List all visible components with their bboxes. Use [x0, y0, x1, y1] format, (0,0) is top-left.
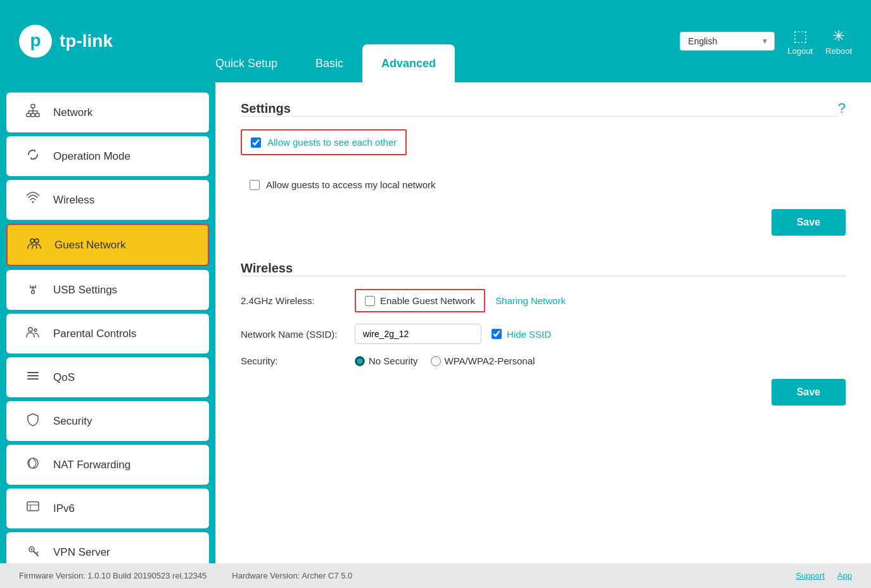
wireless-save-button[interactable]: Save [772, 379, 846, 406]
sidebar-item-operation-mode[interactable]: Operation Mode [6, 136, 209, 176]
ssid-label: Network Name (SSID): [241, 329, 355, 340]
sidebar-item-label: Guest Network [54, 239, 125, 252]
wireless-divider [241, 276, 846, 276]
enable-guest-network-wrapper: Enable Guest Network [355, 289, 485, 312]
app-link[interactable]: App [837, 571, 852, 580]
allow-guests-local-checkbox[interactable] [250, 180, 260, 190]
logout-icon: ⬚ [793, 27, 808, 45]
wireless-section: Wireless 2.4GHz Wireless: Enable Guest N… [241, 261, 846, 406]
svg-point-20 [34, 329, 37, 331]
no-security-radio[interactable] [355, 356, 365, 366]
tplink-logo-icon: p [19, 25, 52, 58]
tab-advanced[interactable]: Advanced [362, 44, 455, 82]
sidebar-item-network[interactable]: Network [6, 93, 209, 132]
hardware-version: Hardware Version: Archer C7 5.0 [232, 571, 352, 580]
hide-ssid-label[interactable]: Hide SSID [507, 329, 551, 340]
svg-point-13 [35, 239, 39, 243]
sidebar-item-guest-network[interactable]: Guest Network [6, 224, 209, 266]
svg-point-11 [32, 201, 34, 203]
parental-controls-icon [24, 325, 42, 342]
security-label: Security: [241, 355, 355, 366]
allow-guests-local-label[interactable]: Allow guests to access my local network [266, 179, 436, 190]
svg-point-18 [35, 287, 36, 288]
wpa-label: WPA/WPA2-Personal [445, 355, 535, 366]
firmware-version: Firmware Version: 1.0.10 Build 20190523 … [19, 571, 207, 580]
footer-left: Firmware Version: 1.0.10 Build 20190523 … [19, 571, 352, 580]
network-icon [24, 104, 42, 121]
svg-point-12 [30, 239, 34, 243]
svg-rect-2 [31, 105, 35, 108]
svg-point-19 [29, 328, 32, 331]
svg-rect-5 [35, 113, 39, 117]
enable-guest-network-checkbox[interactable] [365, 296, 375, 306]
sidebar-item-label: Network [53, 106, 92, 119]
sharing-network-link[interactable]: Sharing Network [495, 295, 566, 306]
nat-forwarding-icon [24, 456, 42, 473]
tab-basic[interactable]: Basic [296, 44, 362, 82]
support-link[interactable]: Support [796, 571, 825, 580]
settings-title: Settings [241, 101, 291, 115]
settings-save-row: Save [241, 209, 846, 236]
enable-guest-network-label[interactable]: Enable Guest Network [380, 295, 475, 306]
sidebar-item-label: IPv6 [53, 502, 75, 515]
reboot-icon: ✳ [832, 27, 845, 45]
vpn-server-icon [24, 544, 42, 561]
qos-icon [24, 369, 42, 386]
allow-guests-see-label[interactable]: Allow guests to see each other [267, 137, 397, 148]
wpa-option[interactable]: WPA/WPA2-Personal [431, 355, 535, 366]
tab-quick-setup[interactable]: Quick Setup [196, 44, 296, 82]
sidebar-item-parental-controls[interactable]: Parental Controls [6, 314, 209, 354]
sidebar-item-label: Security [53, 415, 92, 428]
sidebar-item-usb-settings[interactable]: USB Settings [6, 270, 209, 310]
content-area: Settings ? Allow guests to see each othe… [215, 82, 871, 563]
sidebar-item-qos[interactable]: QoS [6, 357, 209, 397]
footer-right: Support App [796, 571, 852, 580]
wireless-title: Wireless [241, 261, 293, 275]
wpa-radio[interactable] [431, 356, 441, 366]
svg-point-29 [31, 549, 33, 551]
settings-divider [241, 116, 838, 117]
sidebar-item-label: USB Settings [53, 284, 117, 297]
sidebar-item-label: Parental Controls [53, 328, 136, 340]
sidebar-item-wireless[interactable]: Wireless [6, 180, 209, 220]
no-security-option[interactable]: No Security [355, 355, 418, 366]
allow-guests-see-row: Allow guests to see each other [241, 129, 407, 155]
sidebar-item-label: NAT Forwarding [53, 459, 130, 471]
settings-section: Settings ? Allow guests to see each othe… [241, 101, 846, 236]
hide-ssid-checkbox[interactable] [492, 329, 502, 339]
language-select[interactable]: English Chinese Spanish French German [680, 32, 775, 51]
frequency-row: 2.4GHz Wireless: Enable Guest Network Sh… [241, 289, 846, 312]
sidebar-item-security[interactable]: Security [6, 401, 209, 441]
ssid-input[interactable] [355, 324, 481, 344]
wireless-icon [24, 191, 42, 208]
allow-guests-local-row: Allow guests to access my local network [241, 173, 846, 196]
language-selector-wrapper: English Chinese Spanish French German ▼ [680, 32, 775, 51]
frequency-label: 2.4GHz Wireless: [241, 295, 355, 306]
logo-text: tp-link [60, 31, 113, 51]
usb-settings-icon [24, 281, 42, 298]
logout-button[interactable]: ⬚ Logout [787, 27, 813, 56]
svg-rect-25 [27, 502, 39, 511]
sidebar-item-ipv6[interactable]: IPv6 [6, 489, 209, 528]
security-icon [24, 412, 42, 430]
help-icon[interactable]: ? [838, 100, 846, 117]
footer: Firmware Version: 1.0.10 Build 20190523 … [0, 563, 871, 588]
settings-save-button[interactable]: Save [772, 209, 846, 236]
frequency-controls: Enable Guest Network Sharing Network [355, 289, 566, 312]
reboot-button[interactable]: ✳ Reboot [825, 27, 852, 56]
operation-mode-icon [24, 148, 42, 165]
sidebar-item-label: Wireless [53, 194, 94, 207]
allow-guests-see-checkbox[interactable] [251, 137, 261, 148]
sidebar: Network Operation Mode Wireless Guest Ne… [0, 82, 215, 563]
ipv6-icon [24, 500, 42, 517]
svg-line-31 [36, 552, 38, 554]
sidebar-item-label: QoS [53, 371, 75, 384]
sidebar-item-nat-forwarding[interactable]: NAT Forwarding [6, 445, 209, 485]
main-layout: Network Operation Mode Wireless Guest Ne… [0, 82, 871, 563]
ssid-controls: Hide SSID [355, 324, 551, 344]
wireless-save-row: Save [241, 379, 846, 406]
sidebar-item-vpn-server[interactable]: VPN Server [6, 532, 209, 563]
svg-text:p: p [30, 30, 41, 50]
guest-network-icon [25, 236, 43, 253]
nav-tabs: Quick Setup Basic Advanced [196, 0, 680, 82]
